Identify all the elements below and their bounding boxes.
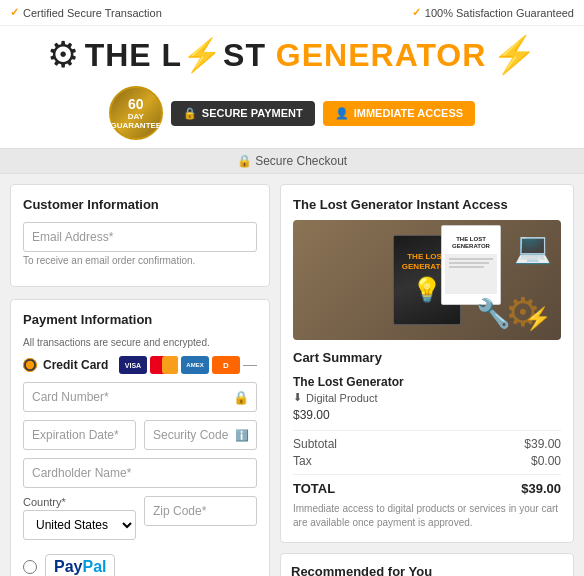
payment-info-section: Payment Information All transactions are… xyxy=(10,299,270,576)
discover-icon: D xyxy=(212,356,240,374)
recommended-title: Recommended for You xyxy=(291,564,563,576)
cart-tax-row: Tax $0.00 xyxy=(293,454,561,468)
card-icons: VISA AMEX D — xyxy=(119,356,257,374)
country-label: Country* xyxy=(23,496,136,508)
payment-subtitle: All transactions are secure and encrypte… xyxy=(23,337,257,348)
inner-book: THE LOSTGENERATOR xyxy=(441,225,501,305)
badge-secure-text: SECURE PAYMENT xyxy=(202,107,303,119)
lock-field-icon: 🔒 xyxy=(233,390,249,405)
country-group: Country* United States xyxy=(23,496,136,540)
bolt-product-icon: ⚡ xyxy=(524,306,551,332)
logo-area: ⚙ THE L⚡ST GENERATOR ⚡ xyxy=(0,26,584,82)
check-icon: ✓ xyxy=(10,6,19,19)
line2 xyxy=(449,262,489,264)
tax-value: $0.00 xyxy=(531,454,561,468)
security-wrap: ℹ️ xyxy=(144,420,257,450)
paypal-pay-text: Pay xyxy=(54,558,82,576)
amex-icon: AMEX xyxy=(181,356,209,374)
badge-guarantee: GUARANTEE xyxy=(111,121,162,130)
total-label: TOTAL xyxy=(293,481,335,496)
lightning-icon: ⚡ xyxy=(182,37,223,73)
country-select[interactable]: United States xyxy=(23,510,136,540)
cert-left: ✓ Certified Secure Transaction xyxy=(10,6,162,19)
cart-divider-2 xyxy=(293,474,561,475)
right-panel: The Lost Generator Instant Access THE LO… xyxy=(280,184,574,576)
subtotal-label: Subtotal xyxy=(293,437,337,451)
credit-card-radio[interactable] xyxy=(23,358,37,372)
badge-row: 60 DAY GUARANTEE 🔒 SECURE PAYMENT 👤 IMME… xyxy=(0,82,584,148)
cart-subtotal-row: Subtotal $39.00 xyxy=(293,437,561,451)
card-number-wrap: 🔒 xyxy=(23,382,257,412)
email-input[interactable] xyxy=(23,222,257,252)
paypal-logo: PayPal xyxy=(45,554,115,576)
mastercard-icon xyxy=(150,356,178,374)
card-number-input[interactable] xyxy=(23,382,257,412)
email-hint: To receive an email order confirmation. xyxy=(23,255,257,266)
badge-immediate-access: 👤 IMMEDIATE ACCESS xyxy=(323,101,475,126)
info-icon: ℹ️ xyxy=(235,429,249,442)
gear-icon: ⚙ xyxy=(47,34,79,76)
paypal-row: PayPal xyxy=(23,548,257,576)
secure-checkout-text: Secure Checkout xyxy=(255,154,347,168)
cart-item-price: $39.00 xyxy=(293,408,561,422)
lock-icon: 🔒 xyxy=(183,107,197,120)
lock-small-icon: 🔒 xyxy=(237,154,252,168)
cert-right: ✓ 100% Satisfaction Guaranteed xyxy=(412,6,574,19)
cardholder-input[interactable] xyxy=(23,458,257,488)
card-number-group: 🔒 xyxy=(23,382,257,412)
visa-icon: VISA xyxy=(119,356,147,374)
inner-lines xyxy=(445,254,497,294)
product-image-area: THE LOSTGENERATOR 💡 THE LOSTGENERATOR 💻 … xyxy=(293,220,561,340)
download-icon: ⬇ xyxy=(293,391,302,404)
cart-summary: Cart Summary The Lost Generator ⬇ Digita… xyxy=(293,350,561,530)
credit-card-method-row: Credit Card VISA AMEX D — xyxy=(23,356,257,374)
badge-60day: 60 DAY GUARANTEE xyxy=(109,86,163,140)
recommended-section: Recommended for You ⬇ Digital Product Ye… xyxy=(280,553,574,576)
badge-days: 60 xyxy=(128,96,144,112)
badge-day-label: DAY xyxy=(128,112,144,121)
cart-note: Immediate access to digital products or … xyxy=(293,502,561,530)
generator-text: GENERATOR xyxy=(276,37,487,73)
laptop-icon: 💻 xyxy=(514,230,551,265)
cert-left-text: Certified Secure Transaction xyxy=(23,7,162,19)
person-icon: 👤 xyxy=(335,107,349,120)
zip-group xyxy=(144,496,257,540)
cart-item-name: The Lost Generator xyxy=(293,375,561,389)
line3 xyxy=(449,266,484,268)
paypal-radio[interactable] xyxy=(23,560,37,574)
zip-input[interactable] xyxy=(144,496,257,526)
security-group: ℹ️ xyxy=(144,420,257,450)
cert-right-text: 100% Satisfaction Guaranteed xyxy=(425,7,574,19)
expiry-group xyxy=(23,420,136,450)
email-group: To receive an email order confirmation. xyxy=(23,222,257,266)
badge-access-text: IMMEDIATE ACCESS xyxy=(354,107,463,119)
left-panel: Customer Information To receive an email… xyxy=(10,184,270,576)
product-title: The Lost Generator Instant Access xyxy=(293,197,561,212)
customer-info-section: Customer Information To receive an email… xyxy=(10,184,270,287)
subtotal-value: $39.00 xyxy=(524,437,561,451)
country-zip-row: Country* United States xyxy=(23,496,257,548)
product-section: The Lost Generator Instant Access THE LO… xyxy=(280,184,574,543)
paypal-pal-text: Pal xyxy=(82,558,106,576)
main-content: Customer Information To receive an email… xyxy=(0,174,584,576)
expiry-security-row: ℹ️ xyxy=(23,420,257,458)
card-dash: — xyxy=(243,356,257,374)
cart-item-type: ⬇ Digital Product xyxy=(293,391,561,404)
inner-book-text: THE LOSTGENERATOR xyxy=(452,236,490,250)
tax-label: Tax xyxy=(293,454,312,468)
cardholder-group xyxy=(23,458,257,488)
lightbulb-icon: 💡 xyxy=(412,276,442,304)
cart-item-type-text: Digital Product xyxy=(306,392,378,404)
expiry-input[interactable] xyxy=(23,420,136,450)
cart-summary-title: Cart Summary xyxy=(293,350,561,365)
badge-secure-payment: 🔒 SECURE PAYMENT xyxy=(171,101,315,126)
secure-checkout-bar: 🔒 Secure Checkout xyxy=(0,148,584,174)
total-value: $39.00 xyxy=(521,481,561,496)
logo-text: THE L⚡ST GENERATOR xyxy=(85,36,487,74)
line1 xyxy=(449,258,493,260)
check-icon-2: ✓ xyxy=(412,6,421,19)
customer-info-title: Customer Information xyxy=(23,197,257,212)
bolt-icon: ⚡ xyxy=(492,34,537,76)
credit-card-label: Credit Card xyxy=(43,358,108,372)
cart-divider xyxy=(293,430,561,431)
